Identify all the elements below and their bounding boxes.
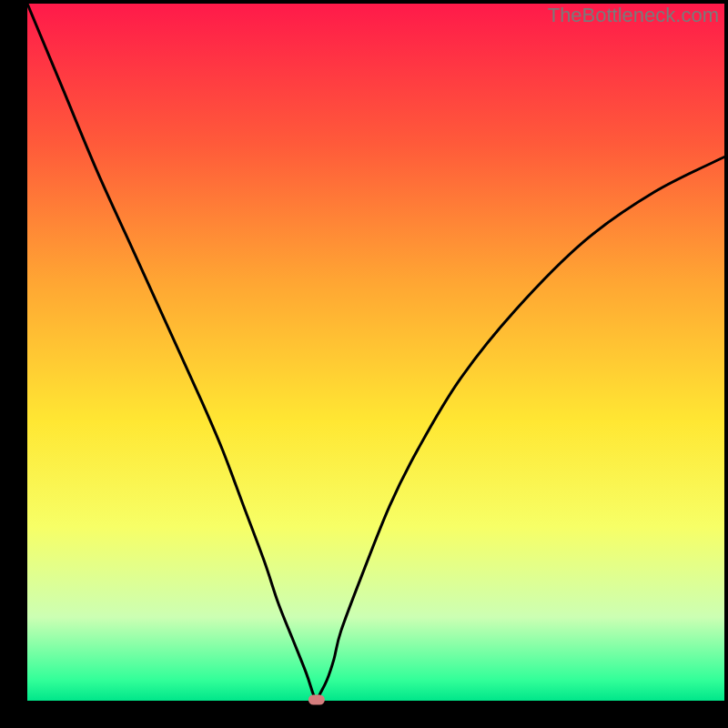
x-axis-bar xyxy=(0,701,728,728)
chart-container: TheBottleneck.com xyxy=(0,0,728,728)
bottleneck-chart xyxy=(0,0,728,728)
y-axis-bar xyxy=(0,0,27,728)
chart-background xyxy=(27,4,724,701)
right-frame xyxy=(724,0,728,728)
watermark-text: TheBottleneck.com xyxy=(548,4,719,27)
optimal-point-marker xyxy=(308,695,325,705)
